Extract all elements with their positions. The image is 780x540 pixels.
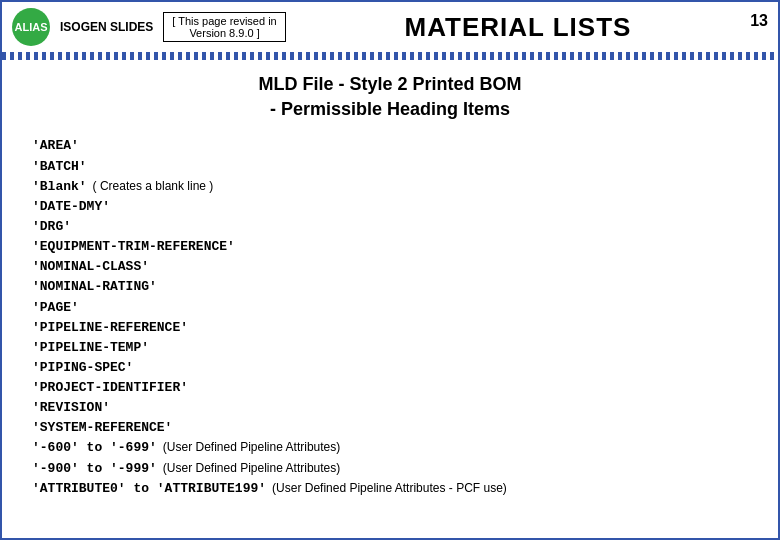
list-item: 'ATTRIBUTE0' to 'ATTRIBUTE199' (User Def… bbox=[32, 479, 748, 499]
content-area: MLD File - Style 2 Printed BOM - Permiss… bbox=[2, 60, 778, 509]
list-item: '-900' to '-999' (User Defined Pipeline … bbox=[32, 459, 748, 479]
page-container: ALIAS ISOGEN SLIDES [ This page revised … bbox=[0, 0, 780, 540]
header: ALIAS ISOGEN SLIDES [ This page revised … bbox=[2, 2, 778, 52]
item-code: 'DRG' bbox=[32, 217, 71, 237]
revised-line2: Version 8.9.0 ] bbox=[189, 27, 259, 39]
item-code: 'NOMINAL-RATING' bbox=[32, 277, 157, 297]
item-code: 'NOMINAL-CLASS' bbox=[32, 257, 149, 277]
revised-line1: [ This page revised in bbox=[172, 15, 276, 27]
item-code: '-600' to '-699' bbox=[32, 438, 157, 458]
item-code: 'SYSTEM-REFERENCE' bbox=[32, 418, 172, 438]
isogen-label: ISOGEN SLIDES bbox=[60, 20, 153, 34]
list-item: 'SYSTEM-REFERENCE' bbox=[32, 418, 748, 438]
list-item: 'PIPELINE-REFERENCE' bbox=[32, 318, 748, 338]
divider bbox=[2, 52, 778, 60]
list-item: 'PAGE' bbox=[32, 298, 748, 318]
item-code: 'REVISION' bbox=[32, 398, 110, 418]
list-item: 'PROJECT-IDENTIFIER' bbox=[32, 378, 748, 398]
list-item: 'NOMINAL-RATING' bbox=[32, 277, 748, 297]
page-title: MATERIAL LISTS bbox=[296, 12, 740, 43]
item-code: 'PIPELINE-TEMP' bbox=[32, 338, 149, 358]
list-item: 'Blank' ( Creates a blank line ) bbox=[32, 177, 748, 197]
alias-label: ALIAS bbox=[15, 21, 48, 33]
item-code: '-900' to '-999' bbox=[32, 459, 157, 479]
item-code: 'ATTRIBUTE0' to 'ATTRIBUTE199' bbox=[32, 479, 266, 499]
page-number: 13 bbox=[750, 8, 768, 30]
item-code: 'PAGE' bbox=[32, 298, 79, 318]
list-item: 'PIPING-SPEC' bbox=[32, 358, 748, 378]
list-item: '-600' to '-699' (User Defined Pipeline … bbox=[32, 438, 748, 458]
item-note: (User Defined Pipeline Attributes - PCF … bbox=[272, 479, 507, 498]
list-item: 'NOMINAL-CLASS' bbox=[32, 257, 748, 277]
item-code: 'PIPELINE-REFERENCE' bbox=[32, 318, 188, 338]
item-code: 'DATE-DMY' bbox=[32, 197, 110, 217]
list-item: 'PIPELINE-TEMP' bbox=[32, 338, 748, 358]
item-code: 'AREA' bbox=[32, 136, 79, 156]
item-note: (User Defined Pipeline Attributes) bbox=[163, 438, 340, 457]
alias-badge: ALIAS bbox=[12, 8, 50, 46]
item-code: 'BATCH' bbox=[32, 157, 87, 177]
list-item: 'REVISION' bbox=[32, 398, 748, 418]
item-code: 'PROJECT-IDENTIFIER' bbox=[32, 378, 188, 398]
item-note: ( Creates a blank line ) bbox=[93, 177, 214, 196]
list-item: 'BATCH' bbox=[32, 157, 748, 177]
list-item: 'AREA' bbox=[32, 136, 748, 156]
section-title-line2: - Permissible Heading Items bbox=[270, 99, 510, 119]
list-item: 'DRG' bbox=[32, 217, 748, 237]
revised-box: [ This page revised in Version 8.9.0 ] bbox=[163, 12, 285, 42]
item-note: (User Defined Pipeline Attributes) bbox=[163, 459, 340, 478]
list-item: 'EQUIPMENT-TRIM-REFERENCE' bbox=[32, 237, 748, 257]
item-code: 'EQUIPMENT-TRIM-REFERENCE' bbox=[32, 237, 235, 257]
item-code: 'PIPING-SPEC' bbox=[32, 358, 133, 378]
items-list: 'AREA''BATCH''Blank' ( Creates a blank l… bbox=[32, 136, 748, 499]
list-item: 'DATE-DMY' bbox=[32, 197, 748, 217]
section-title: MLD File - Style 2 Printed BOM - Permiss… bbox=[32, 72, 748, 122]
section-title-line1: MLD File - Style 2 Printed BOM bbox=[258, 74, 521, 94]
item-code: 'Blank' bbox=[32, 177, 87, 197]
